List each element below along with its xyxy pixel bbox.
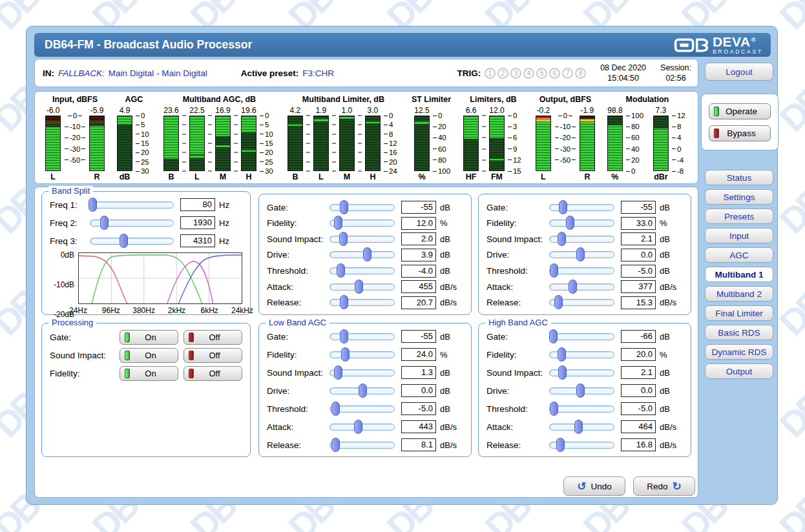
- param-value[interactable]: 0.0: [401, 384, 436, 397]
- sidebar-item-settings[interactable]: Settings: [705, 189, 773, 205]
- param-slider[interactable]: [549, 333, 614, 340]
- off-button[interactable]: Off: [183, 366, 242, 381]
- param-slider[interactable]: [329, 283, 395, 291]
- param-value[interactable]: 24.0: [401, 348, 436, 361]
- redo-button[interactable]: Redo↻: [633, 476, 695, 496]
- param-value[interactable]: -4.0: [401, 265, 436, 278]
- slider-handle[interactable]: [574, 420, 583, 434]
- slider-handle[interactable]: [576, 384, 585, 398]
- slider-handle[interactable]: [559, 200, 567, 214]
- param-slider[interactable]: [329, 333, 395, 340]
- param-slider[interactable]: [329, 442, 395, 449]
- undo-button[interactable]: ↺Undo: [563, 476, 625, 496]
- logout-button[interactable]: Logout: [705, 63, 773, 81]
- param-slider[interactable]: [329, 267, 395, 274]
- param-slider[interactable]: [549, 387, 614, 394]
- slider-handle[interactable]: [337, 263, 345, 278]
- on-button[interactable]: On: [120, 348, 178, 363]
- param-value[interactable]: 1930: [180, 216, 215, 229]
- param-value[interactable]: -55: [621, 201, 656, 214]
- param-slider[interactable]: [329, 369, 395, 376]
- off-button[interactable]: Off: [183, 330, 242, 345]
- trig-button-4[interactable]: 4: [523, 68, 534, 79]
- slider-handle[interactable]: [340, 295, 348, 309]
- trig-button-7[interactable]: 7: [562, 68, 573, 79]
- param-value[interactable]: -5.0: [621, 265, 656, 278]
- bypass-button[interactable]: Bypass: [709, 125, 771, 141]
- param-value[interactable]: 20.7: [401, 296, 436, 309]
- param-value[interactable]: 0.0: [621, 249, 656, 261]
- param-slider[interactable]: [329, 251, 395, 258]
- slider-handle[interactable]: [566, 216, 574, 230]
- trig-button-8[interactable]: 8: [575, 68, 586, 79]
- param-value[interactable]: -5.0: [401, 402, 436, 415]
- sidebar-item-dynamic-rds[interactable]: Dynamic RDS: [705, 344, 773, 360]
- param-slider[interactable]: [549, 283, 614, 291]
- slider-handle[interactable]: [354, 420, 362, 434]
- sidebar-item-agc[interactable]: AGC: [705, 247, 773, 263]
- slider-handle[interactable]: [355, 280, 363, 294]
- param-slider[interactable]: [549, 442, 614, 449]
- trig-button-2[interactable]: 2: [497, 68, 508, 79]
- param-slider[interactable]: [329, 405, 395, 413]
- param-value[interactable]: 455: [401, 280, 436, 293]
- sidebar-item-multiband-2[interactable]: Multiband 2: [705, 286, 773, 302]
- param-value[interactable]: 2.1: [621, 366, 656, 379]
- slider-handle[interactable]: [550, 402, 558, 416]
- param-slider[interactable]: [329, 299, 395, 306]
- param-value[interactable]: -55: [401, 201, 436, 214]
- param-value[interactable]: 16.8: [621, 438, 656, 451]
- param-slider[interactable]: [549, 405, 614, 413]
- param-slider[interactable]: [329, 351, 395, 358]
- slider-handle[interactable]: [569, 280, 577, 294]
- slider-handle[interactable]: [100, 216, 109, 230]
- slider-handle[interactable]: [558, 232, 566, 246]
- slider-handle[interactable]: [549, 329, 558, 343]
- param-value[interactable]: 8.1: [401, 438, 436, 451]
- param-value[interactable]: 464: [621, 420, 656, 433]
- param-value[interactable]: 0.0: [621, 384, 656, 397]
- slider-handle[interactable]: [331, 402, 340, 416]
- slider-handle[interactable]: [331, 438, 340, 452]
- slider-handle[interactable]: [558, 347, 566, 362]
- slider-handle[interactable]: [576, 247, 585, 261]
- param-slider[interactable]: [549, 220, 614, 227]
- param-value[interactable]: 1.3: [401, 366, 436, 379]
- sidebar-item-output[interactable]: Output: [705, 363, 773, 379]
- param-value[interactable]: 33.0: [621, 217, 656, 230]
- param-value[interactable]: 4310: [180, 234, 215, 247]
- param-slider[interactable]: [329, 387, 395, 394]
- slider-handle[interactable]: [89, 198, 97, 212]
- slider-handle[interactable]: [550, 263, 558, 278]
- param-slider[interactable]: [549, 369, 614, 376]
- param-slider[interactable]: [329, 220, 395, 227]
- sidebar-item-multiband-1[interactable]: Multiband 1: [705, 267, 773, 282]
- trig-button-1[interactable]: 1: [485, 68, 496, 79]
- param-slider[interactable]: [90, 238, 174, 245]
- slider-handle[interactable]: [340, 200, 348, 214]
- slider-handle[interactable]: [334, 216, 342, 230]
- slider-handle[interactable]: [363, 247, 371, 261]
- slider-handle[interactable]: [339, 232, 348, 246]
- param-value[interactable]: 2.1: [621, 232, 656, 245]
- param-slider[interactable]: [329, 204, 395, 211]
- sidebar-item-basic-rds[interactable]: Basic RDS: [705, 325, 773, 340]
- param-slider[interactable]: [549, 267, 614, 274]
- param-value[interactable]: -5.0: [621, 402, 656, 415]
- sidebar-item-presets[interactable]: Presets: [705, 209, 773, 224]
- param-value[interactable]: -55: [401, 330, 436, 343]
- param-value[interactable]: 15.3: [621, 296, 656, 309]
- trig-button-5[interactable]: 5: [536, 68, 547, 79]
- param-value[interactable]: 80: [180, 198, 215, 211]
- sidebar-item-final-limiter[interactable]: Final Limiter: [705, 305, 773, 321]
- param-value[interactable]: 2.0: [401, 232, 436, 245]
- param-value[interactable]: 377: [621, 280, 656, 293]
- param-slider[interactable]: [549, 424, 614, 431]
- param-slider[interactable]: [549, 204, 614, 211]
- param-value[interactable]: 20.0: [621, 348, 656, 361]
- sidebar-item-status[interactable]: Status: [705, 170, 773, 185]
- param-slider[interactable]: [549, 251, 614, 258]
- on-button[interactable]: On: [120, 366, 178, 381]
- trig-button-6[interactable]: 6: [549, 68, 560, 79]
- param-slider[interactable]: [549, 299, 614, 306]
